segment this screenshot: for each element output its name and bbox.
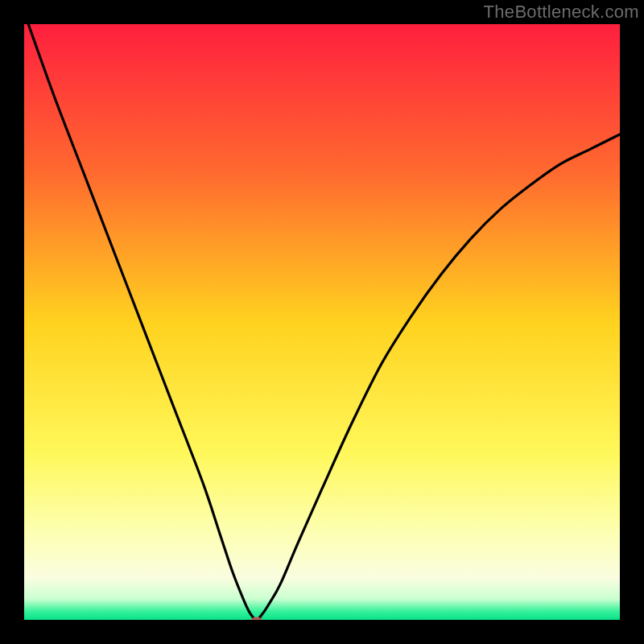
bottleneck-chart — [0, 0, 644, 644]
chart-frame: TheBottleneck.com — [0, 0, 644, 644]
plot-background — [24, 24, 620, 620]
optimum-marker — [251, 617, 262, 625]
watermark-text: TheBottleneck.com — [484, 2, 639, 23]
